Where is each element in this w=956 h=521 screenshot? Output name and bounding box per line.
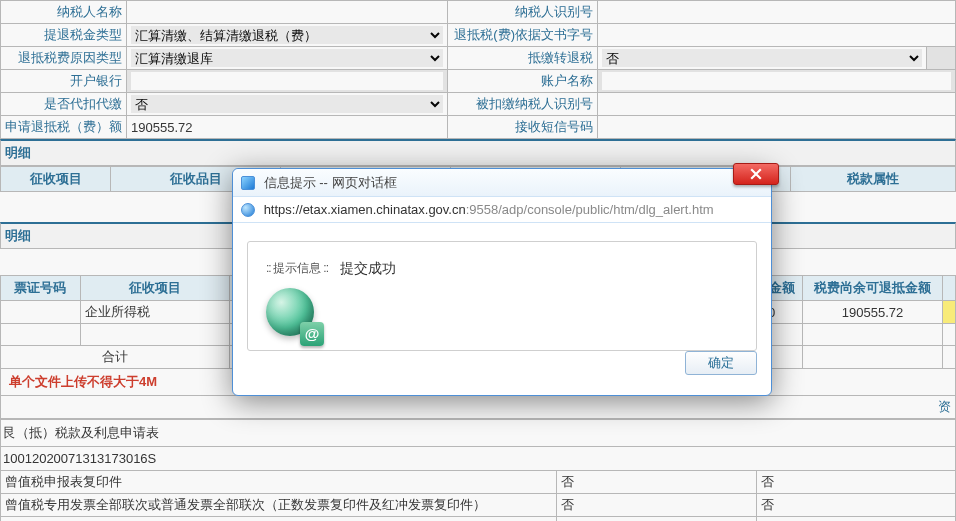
table-row: 兑人申请退税但是不能退至原缴税账号时，应当向税务机关提交说明材料 <box>1 517 956 522</box>
lbl-taxpayer-id: 纳税人识别号 <box>448 1 598 24</box>
ok-button[interactable]: 确定 <box>685 351 757 375</box>
table-row: 曾值税申报表复印件 否 否 <box>1 471 956 494</box>
ie-page-icon <box>241 176 255 190</box>
hdr-zsxm: 征收项目 <box>1 167 111 192</box>
inp-doc-no[interactable] <box>602 26 951 44</box>
lbl-sms: 接收短信号码 <box>448 116 598 139</box>
inp-bank[interactable] <box>131 72 443 90</box>
inp-withheld-id[interactable] <box>602 95 951 113</box>
row-item: 企业所得税 <box>80 301 229 324</box>
sel-agent[interactable]: 否 <box>131 95 443 113</box>
offset-extra <box>926 47 955 70</box>
lbl-acct-name: 账户名称 <box>448 70 598 93</box>
dialog-url-host: https://etax.xiamen.chinatax.gov.cn <box>264 202 466 217</box>
form-grid: 纳税人名称 纳税人识别号 提退税金类型 汇算清缴、结算清缴退税（费） 退抵税(费… <box>0 0 956 139</box>
alert-dialog: 信息提示 -- 网页对话框 https://etax.xiamen.chinat… <box>232 168 772 396</box>
inp-acct-name[interactable] <box>602 72 951 90</box>
dialog-titlebar[interactable]: 信息提示 -- 网页对话框 <box>233 169 771 197</box>
at-icon: @ <box>300 322 324 346</box>
attach-table: 艮（抵）税款及利息申请表 10012020071313173016S 曾值税申报… <box>0 419 956 521</box>
ie-globe-icon <box>241 203 255 217</box>
inp-sms[interactable] <box>602 118 951 136</box>
val-apply-amt: 190555.72 <box>127 116 448 139</box>
sel-refund-type[interactable]: 汇算清缴、结算清缴退税（费） <box>131 26 443 44</box>
lbl-withheld-id: 被扣缴纳税人识别号 <box>448 93 598 116</box>
sel-reason[interactable]: 汇算清缴退库 <box>131 49 443 67</box>
lbl-refund-type: 提退税金类型 <box>1 24 127 47</box>
sub-hdr-voucher: 票证号码 <box>1 276 81 301</box>
tip-label: 提示信息 <box>266 260 328 277</box>
dialog-title-text: 信息提示 -- 网页对话框 <box>264 175 397 190</box>
table-row: 艮（抵）税款及利息申请表 <box>1 420 956 447</box>
dialog-icon: @ <box>266 288 322 344</box>
lbl-bank: 开户银行 <box>1 70 127 93</box>
close-icon <box>750 168 762 180</box>
zi-label: 资 <box>1 396 956 419</box>
sel-offset[interactable]: 否 <box>602 49 922 67</box>
dialog-url-bar: https://etax.xiamen.chinatax.gov.cn:9558… <box>233 197 771 223</box>
total-label: 合计 <box>1 346 230 369</box>
lbl-agent: 是否代扣代缴 <box>1 93 127 116</box>
lbl-apply-amt: 申请退抵税（费）额 <box>1 116 127 139</box>
sub-hdr-item: 征收项目 <box>80 276 229 301</box>
tip-text: 提交成功 <box>340 260 396 278</box>
sub-hdr-remain: 税费尚余可退抵金额 <box>803 276 943 301</box>
row-remain: 190555.72 <box>803 301 943 324</box>
table-row: 曾值税专用发票全部联次或普通发票全部联次（正数发票复印件及红冲发票复印件） 否 … <box>1 494 956 517</box>
inp-taxpayer-name[interactable] <box>131 3 443 21</box>
lbl-taxpayer-name: 纳税人名称 <box>1 1 127 24</box>
dialog-url-rest: :9558/adp/console/public/htm/dlg_alert.h… <box>466 202 714 217</box>
lbl-offset: 抵缴转退税 <box>448 47 598 70</box>
inp-taxpayer-id[interactable] <box>602 3 951 21</box>
lbl-doc-no: 退抵税(费)依据文书字号 <box>448 24 598 47</box>
close-button[interactable] <box>733 163 779 185</box>
lbl-reason: 退抵税费原因类型 <box>1 47 127 70</box>
hdr-sssx: 税款属性 <box>791 167 956 192</box>
table-row: 10012020071313173016S <box>1 447 956 471</box>
detail-section-title: 明细 <box>0 139 956 166</box>
